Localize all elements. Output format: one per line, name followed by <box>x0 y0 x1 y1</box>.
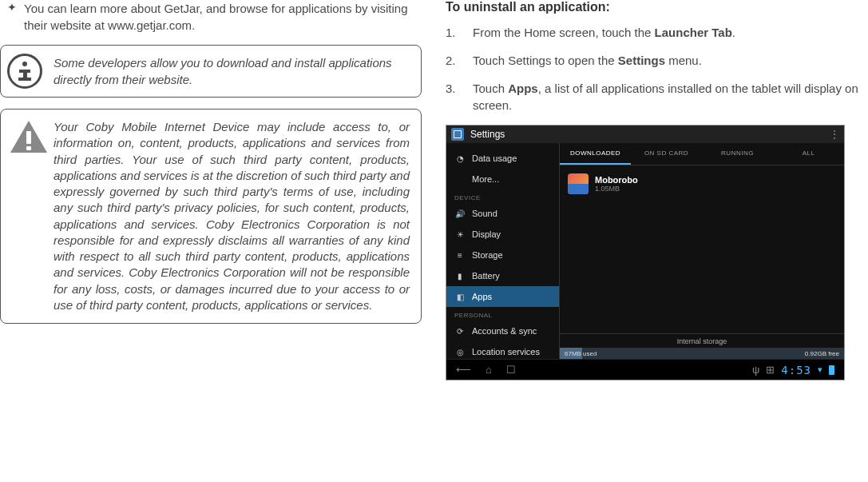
clock: 4:53 <box>781 364 811 376</box>
sidebar-item-display[interactable]: ☀ Display <box>446 224 559 245</box>
nav-home-icon[interactable]: ⌂ <box>486 364 492 376</box>
storage-icon: ≡ <box>454 249 466 261</box>
display-icon: ☀ <box>454 229 466 240</box>
sync-icon: ⟳ <box>454 325 466 337</box>
app-size: 1.05MB <box>595 185 638 193</box>
battery-icon: ▮ <box>454 270 466 281</box>
settings-app-icon <box>451 128 464 141</box>
info-text: Some developers allow you to download an… <box>54 54 410 88</box>
battery-status-icon <box>829 365 834 375</box>
apps-icon: ◧ <box>454 291 466 302</box>
info-icon <box>7 54 42 89</box>
usb-icon: ψ <box>752 364 759 376</box>
warning-text: Your Coby Mobile Internet Device may inc… <box>54 119 410 313</box>
data-usage-icon: ◔ <box>454 153 466 164</box>
wifi-icon: ▾ <box>818 364 822 375</box>
sidebar-item-data-usage[interactable]: ◔ Data usage <box>446 148 559 169</box>
settings-sidebar: ◔ Data usage More... DEVICE 🔊 Sound ☀ Di… <box>446 143 560 359</box>
overflow-menu-icon[interactable]: ⋮ <box>829 128 839 141</box>
sidebar-item-accounts[interactable]: ⟳ Accounts & sync <box>446 321 559 341</box>
bullet-text: You can learn more about GetJar, and bro… <box>24 0 422 34</box>
tab-all[interactable]: ALL <box>773 143 844 165</box>
tab-sdcard[interactable]: ON SD CARD <box>631 143 702 165</box>
location-icon: ◎ <box>454 346 466 357</box>
sidebar-section-personal: PERSONAL <box>446 307 559 321</box>
debug-icon: ⊞ <box>766 364 775 376</box>
tab-downloaded[interactable]: DOWNLOADED <box>560 143 631 165</box>
step-1: 1. From the Home screen, touch the Launc… <box>446 24 868 41</box>
sidebar-item-battery[interactable]: ▮ Battery <box>446 265 559 286</box>
info-callout: Some developers allow you to download an… <box>0 45 422 98</box>
sidebar-item-location[interactable]: ◎ Location services <box>446 341 559 362</box>
sidebar-item-apps[interactable]: ◧ Apps <box>446 286 559 307</box>
uninstall-heading: To uninstall an application: <box>446 0 868 14</box>
warning-icon <box>10 121 47 153</box>
settings-title: Settings <box>470 129 505 140</box>
warning-callout: Your Coby Mobile Internet Device may inc… <box>0 109 422 324</box>
storage-free: 0.92GB free <box>805 350 839 357</box>
nav-recent-icon[interactable]: ☐ <box>506 364 516 376</box>
sidebar-section-device: DEVICE <box>446 189 559 203</box>
tablet-screenshot: Settings ⋮ ◔ Data usage More... DEVICE 🔊… <box>446 125 845 380</box>
step-3: 3. Touch Apps, a list of all application… <box>446 80 868 114</box>
app-row-moborobo[interactable]: Moborobo 1.05MB <box>560 170 844 197</box>
sidebar-item-more[interactable]: More... <box>446 169 559 189</box>
step-2: 2. Touch Settings to open the Settings m… <box>446 52 868 69</box>
app-icon <box>568 173 589 194</box>
sidebar-item-sound[interactable]: 🔊 Sound <box>446 203 559 224</box>
storage-bar: Internal storage 67MB used 0.92GB free <box>560 333 844 359</box>
tab-running[interactable]: RUNNING <box>702 143 773 165</box>
storage-used: 67MB used <box>565 350 597 357</box>
sidebar-item-storage[interactable]: ≡ Storage <box>446 245 559 265</box>
sound-icon: 🔊 <box>454 208 466 219</box>
bullet-icon: ✦ <box>0 0 24 34</box>
app-name: Moborobo <box>595 175 638 185</box>
nav-back-icon[interactable]: ⟵ <box>456 364 471 376</box>
